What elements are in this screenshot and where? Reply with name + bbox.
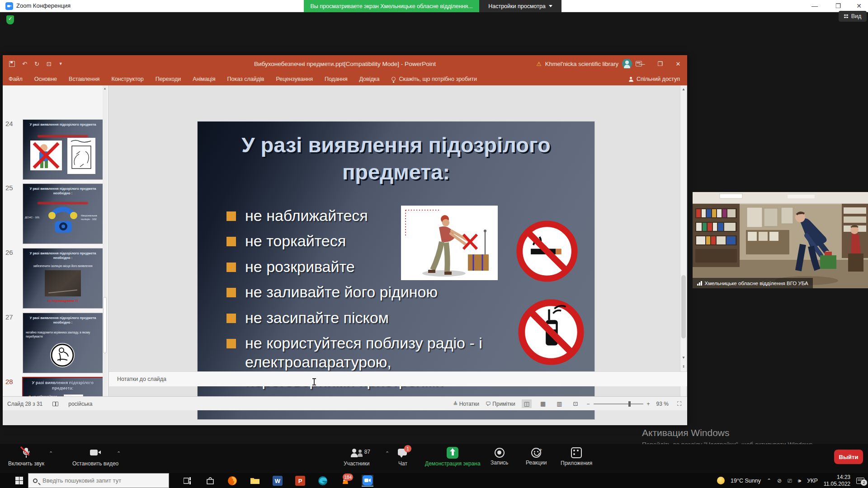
tab-animations[interactable]: Анімація <box>187 72 221 85</box>
thumbnail-scrollbar[interactable]: ▲ <box>103 85 107 396</box>
scroll-up-icon[interactable]: ▲ <box>680 85 687 93</box>
view-layout-button[interactable]: Вид <box>839 11 867 22</box>
tab-slideshow[interactable]: Показ слайдів <box>222 72 270 85</box>
ppt-account[interactable]: ⚠ Khmel'nicka scientific library <box>536 55 642 72</box>
slide-image-do-not-touch <box>401 206 498 280</box>
record-button[interactable]: Запись <box>491 447 508 466</box>
leave-meeting-button[interactable]: Выйти <box>834 450 863 464</box>
normal-view-button[interactable]: ◫ <box>522 399 532 408</box>
reactions-button[interactable]: + Реакции <box>526 447 547 466</box>
apps-button[interactable]: Приложения <box>561 447 592 466</box>
reading-view-button[interactable]: ▥ <box>554 399 564 408</box>
zoom-restore-button[interactable]: ❐ <box>828 0 848 12</box>
store-icon[interactable] <box>204 475 216 487</box>
taskbar-search[interactable] <box>28 473 169 488</box>
zoom-close-button[interactable]: ✕ <box>849 0 868 12</box>
tell-me-box[interactable]: Скажіть, що потрібно зробити <box>392 76 477 82</box>
slide-thumbnail-25[interactable]: У разі виявлення підозрілого предмета не… <box>23 184 103 244</box>
tab-transitions[interactable]: Переходи <box>150 72 187 85</box>
video-options-chevron[interactable]: ⌃ <box>117 450 121 456</box>
zoom-percent[interactable]: 93 % <box>656 401 669 407</box>
zoom-slider-handle[interactable] <box>628 401 631 407</box>
scrollbar-thumb[interactable] <box>103 297 107 353</box>
audio-bars-icon <box>697 281 702 286</box>
file-explorer-icon[interactable] <box>249 475 261 487</box>
tab-home[interactable]: Основне <box>28 72 63 85</box>
participants-chevron[interactable]: ⌃ <box>385 450 389 456</box>
participants-button[interactable]: 87 Участники <box>344 447 369 467</box>
tab-file[interactable]: Файл <box>3 72 28 85</box>
slide-thumbnail-26[interactable]: У разі виявлення підозрілого предмета не… <box>23 249 103 308</box>
slide-sorter-view-button[interactable]: ▦ <box>538 399 548 408</box>
avatar[interactable] <box>622 59 632 69</box>
scroll-down-icon[interactable]: ▼ <box>680 354 687 361</box>
ppt-close-button[interactable]: ✕ <box>669 55 687 72</box>
zoom-out-icon[interactable]: − <box>587 401 590 407</box>
participant-video-tile[interactable]: Хмельницьке обласне відділення ВГО УБА <box>693 192 868 288</box>
vlc-icon[interactable]: 184 <box>340 475 351 487</box>
ppt-minimize-button[interactable]: — <box>633 55 651 72</box>
scrollbar-thumb[interactable] <box>681 275 686 338</box>
share-screen-icon <box>447 447 458 459</box>
weather-sun-icon[interactable] <box>717 477 725 484</box>
zoom-minimize-button[interactable]: — <box>805 0 825 12</box>
action-center-icon[interactable]: 2 <box>856 478 864 484</box>
bullet-item: не заливайте його рідиною <box>226 283 498 301</box>
tab-view[interactable]: Подання <box>319 72 353 85</box>
unmute-button[interactable]: Включить звук <box>8 447 44 467</box>
start-button[interactable] <box>15 477 23 484</box>
edge-icon[interactable] <box>317 475 329 487</box>
view-settings-button[interactable]: Настройки просмотра <box>479 0 561 12</box>
zoom-taskbar-icon[interactable] <box>362 475 373 487</box>
editor-scrollbar[interactable]: ▲ ▼ ⇞ ⇟ <box>680 85 686 396</box>
spellcheck-icon[interactable] <box>52 402 58 406</box>
tab-help[interactable]: Довідка <box>353 72 385 85</box>
weather-label[interactable]: 19°C Sunny <box>731 478 761 484</box>
word-icon[interactable]: W <box>272 475 283 487</box>
share-screen-button[interactable]: Демонстрация экрана <box>425 447 481 467</box>
chat-button[interactable]: 1 Чат <box>397 447 409 467</box>
firefox-icon[interactable] <box>226 475 238 487</box>
video-frame-library-scene <box>693 192 868 288</box>
stop-video-button[interactable]: Остановить видео <box>72 447 118 467</box>
audio-options-chevron[interactable]: ⌃ <box>49 450 53 456</box>
ppt-restore-button[interactable]: ❐ <box>651 55 669 72</box>
app-notification-badge: 184 <box>343 474 353 481</box>
pen-tray-icon[interactable]: ⊘ <box>777 478 782 484</box>
search-input[interactable] <box>42 477 155 484</box>
slide-title[interactable]: У разі виявлення підозрілого предмета: <box>211 131 581 186</box>
tab-review[interactable]: Рецензування <box>270 72 318 85</box>
security-shield-icon[interactable] <box>6 15 14 24</box>
tab-insert[interactable]: Вставлення <box>63 72 105 85</box>
comments-toggle[interactable]: 🗩 Примітки <box>486 401 515 407</box>
zoom-slider[interactable]: − + <box>587 401 650 407</box>
scroll-up-icon[interactable]: ▲ <box>103 85 107 91</box>
camera-icon <box>90 447 101 459</box>
powerpoint-icon[interactable]: P <box>294 475 306 487</box>
svg-text:W: W <box>275 478 281 484</box>
thumb-mini-slide: У разі виявлення підозрілого предмета: н… <box>23 378 103 396</box>
taskbar-clock[interactable]: 14:23 11.05.2022 <box>824 474 850 488</box>
speaker-icon[interactable]: 🕪 <box>798 478 802 484</box>
fit-to-window-icon[interactable]: ⛶ <box>675 399 684 408</box>
thumb-title: У разі виявлення підозрілого предмета не… <box>25 316 101 325</box>
zoom-window-title: Zoom Конференция <box>16 2 71 9</box>
tray-expand-chevron[interactable]: ⌃ <box>767 478 771 484</box>
video-caption: Хмельницьке обласне відділення ВГО УБА <box>693 278 813 288</box>
notes-toggle[interactable]: ≜ Нотатки <box>453 401 479 407</box>
task-view-icon[interactable] <box>182 475 193 487</box>
previous-slide-button[interactable]: ⇞ <box>680 363 687 370</box>
chevron-down-icon <box>549 5 552 7</box>
no-radio-sign <box>518 299 585 366</box>
slide-thumbnail-24[interactable]: У разі виявлення підозрілого предмета <box>23 120 103 179</box>
language-indicator[interactable]: УКР <box>807 478 818 484</box>
share-access-button[interactable]: Спільний доступ <box>629 76 680 82</box>
slideshow-view-button[interactable]: ⊡ <box>571 399 580 408</box>
zoom-in-icon[interactable]: + <box>647 401 650 407</box>
network-icon[interactable]: ⎚ <box>788 478 792 484</box>
slide-thumbnail-27[interactable]: У разі виявлення підозрілого предмета не… <box>23 313 103 373</box>
language-label[interactable]: російська <box>68 401 92 407</box>
notes-pane[interactable]: Нотатки до слайда <box>109 371 687 386</box>
tab-design[interactable]: Конструктор <box>105 72 149 85</box>
slide-thumbnail-28-selected[interactable]: У разі виявлення підозрілого предмета: н… <box>23 378 103 396</box>
